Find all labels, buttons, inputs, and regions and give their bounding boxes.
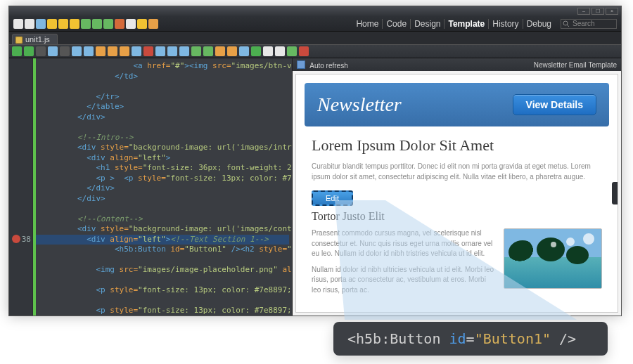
search-field[interactable]: Search [561, 19, 617, 29]
tooltip-close: /> [551, 330, 576, 347]
article-lead: Curabitur blandit tempus porttitor. Done… [312, 162, 602, 182]
editor-toolbar-icon-20[interactable] [251, 46, 261, 56]
main-menubar: HomeCodeDesignTemplateHistoryDebug Searc… [9, 16, 621, 32]
editor-toolbar-icon-7[interactable] [96, 46, 106, 56]
code-content[interactable]: <a href="#"><img src="images/btn-view-de… [40, 61, 292, 316]
editor-toolbar-icon-17[interactable] [215, 46, 225, 56]
main-toolbar-icon-7[interactable] [92, 19, 102, 29]
app-window: – ☐ × HomeCodeDesignTemplateHistoryDebug… [8, 6, 622, 316]
article-body: Lorem Ipsum Dolor Sit Amet Curabitur bla… [296, 126, 618, 295]
editor-toolbar-icon-3[interactable] [48, 46, 58, 56]
mode-tab-design[interactable]: Design [410, 19, 444, 29]
editor-toolbar-icon-11[interactable] [143, 46, 153, 56]
view-details-button[interactable]: View Details [513, 94, 596, 115]
editor-toolbar-icon-15[interactable] [191, 46, 201, 56]
mode-tab-template[interactable]: Template [444, 19, 488, 29]
tooltip-eq: = [466, 330, 475, 347]
mode-tab-debug[interactable]: Debug [523, 19, 555, 29]
code-callout-tooltip: <h5b:Button id="Button1" /> [333, 322, 608, 356]
editor-toolbar-icon-14[interactable] [179, 46, 189, 56]
main-toolbar-icon-8[interactable] [103, 19, 113, 29]
mode-tab-code[interactable]: Code [382, 19, 410, 29]
mode-tab-strip: HomeCodeDesignTemplateHistoryDebug [352, 19, 555, 29]
edit-button[interactable]: Edit [312, 190, 353, 206]
file-tab-label: unit1.js [25, 35, 50, 44]
editor-toolbar-icon-19[interactable] [239, 46, 249, 56]
tooltip-id-val: "Button1" [475, 330, 551, 347]
editor-toolbar-icon-10[interactable] [132, 46, 141, 56]
article-image-placeholder [504, 228, 602, 289]
main-toolbar-icon-2[interactable] [36, 19, 46, 29]
window-maximize-button[interactable]: ☐ [592, 8, 604, 15]
editor-toolbar-icon-2[interactable] [36, 46, 46, 56]
preview-page: Newsletter View Details Lorem Ipsum Dolo… [295, 74, 618, 313]
editor-toolbar-icon-22[interactable] [275, 46, 285, 56]
main-toolbar-icon-9[interactable] [115, 19, 124, 29]
auto-refresh-checkbox[interactable]: Auto refresh [297, 60, 348, 70]
editor-toolbar-icon-18[interactable] [227, 46, 237, 56]
editor-toolbar-icon-13[interactable] [167, 46, 177, 56]
hero-logo: Newsletter [317, 93, 402, 116]
tooltip-open: <h5b:Button [347, 330, 449, 347]
change-marker [33, 58, 36, 316]
main-toolbar-icon-1[interactable] [25, 19, 34, 29]
main-toolbar-icon-11[interactable] [137, 19, 147, 29]
editor-toolbar-icon-24[interactable] [299, 46, 309, 56]
preview-panel: Auto refresh Newsletter Email Template N… [292, 58, 621, 316]
main-toolbar-icon-5[interactable] [70, 19, 79, 29]
main-toolbar-icon-3[interactable] [47, 19, 57, 29]
search-icon [563, 20, 570, 27]
main-toolbar-icon-4[interactable] [58, 19, 68, 29]
article-columns: Praesent commodo cursus magna, vel scele… [312, 228, 602, 295]
preview-toolbar: Auto refresh Newsletter Email Template [293, 58, 621, 71]
editor-toolbar-icon-9[interactable] [120, 46, 129, 56]
main-toolbar-icon-0[interactable] [13, 19, 23, 29]
editor-toolbar-icon-1[interactable] [24, 46, 34, 56]
editor-toolbar-icon-0[interactable] [12, 46, 22, 56]
editor-toolbar-icon-5[interactable] [72, 46, 82, 56]
file-tab-unit1[interactable]: unit1.js [12, 34, 58, 44]
hero-banner: Newsletter View Details [305, 83, 609, 126]
main-toolbar-left [13, 19, 158, 29]
window-minimize-button[interactable]: – [577, 8, 590, 15]
svg-line-1 [567, 25, 569, 27]
code-editor[interactable]: 38 <a href="#"><img src="images/btn-view… [9, 58, 292, 316]
split-panels: 38 <a href="#"><img src="images/btn-view… [9, 58, 621, 316]
auto-refresh-label: Auto refresh [309, 62, 347, 70]
article-text-column: Praesent commodo cursus magna, vel scele… [312, 228, 495, 295]
preview-title: Newsletter Email Template [534, 61, 617, 69]
article-p1: Praesent commodo cursus magna, vel scele… [312, 228, 495, 259]
editor-toolbar-icon-23[interactable] [287, 46, 297, 56]
editor-toolbar-icon-4[interactable] [60, 46, 70, 56]
editor-toolbar-icon-6[interactable] [84, 46, 94, 56]
code-gutter [9, 58, 33, 316]
window-close-button[interactable]: × [606, 8, 618, 15]
tooltip-id-key: id [449, 330, 466, 347]
editor-toolbar-icon-8[interactable] [108, 46, 117, 56]
editor-toolbar-icon-21[interactable] [263, 46, 273, 56]
article-p2: Nullam id dolor id nibh ultricies vehicu… [312, 265, 495, 296]
editor-toolbar-icon-12[interactable] [155, 46, 165, 56]
main-toolbar-icon-12[interactable] [148, 19, 158, 29]
titlebar: – ☐ × [9, 6, 621, 16]
article-h1: Lorem Ipsum Dolor Sit Amet [312, 136, 602, 155]
document-tab-strip: unit1.js [9, 32, 621, 44]
preview-collapse-handle[interactable] [612, 182, 618, 204]
mode-tab-history[interactable]: History [488, 19, 522, 29]
main-toolbar-icon-10[interactable] [126, 19, 136, 29]
mode-tab-home[interactable]: Home [352, 19, 382, 29]
editor-toolbar [9, 44, 621, 58]
article-h2: Tortor Justo Elit [312, 210, 602, 223]
search-placeholder: Search [573, 20, 595, 27]
breakpoint-icon[interactable] [12, 235, 20, 243]
main-toolbar-icon-6[interactable] [81, 19, 91, 29]
editor-toolbar-icon-16[interactable] [203, 46, 213, 56]
